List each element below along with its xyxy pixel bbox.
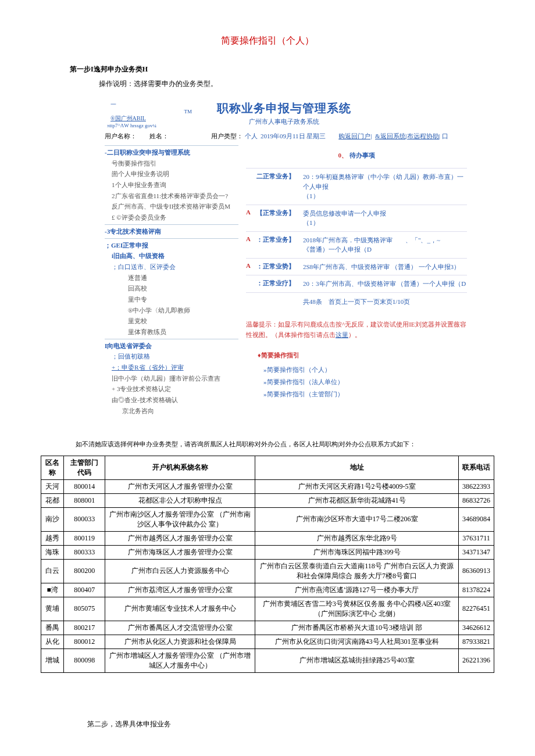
guide-link[interactable]: »简要操作指引（个人） [263,366,467,374]
usertype-label: 用户类型： [211,132,243,139]
table-cell: 广州市番禺区人才交流管理办公室 [105,621,255,635]
table-cell: 86360913 [458,559,494,583]
row-desc: 2S8年广州市高、中级资格评审 （普通） 一个人申报3） [303,262,467,272]
sidebar-section-1[interactable]: -二日职称业突申报与管理系统 [105,145,238,158]
table-cell: ■湾 [41,583,64,597]
pending-row[interactable]: A：正常业务】2018年广州市高．中级夷格评审 、「"、_，~《普通）一个人申报… [246,231,467,258]
sidebar-section-4[interactable]: I向电送省评委会 [105,339,238,352]
sidebar-section-3[interactable]: ；GEI正常申报 [105,238,238,251]
row-badge: A [246,262,256,269]
row-desc: 20：3年广州市高、中级资格评审 （普通）一个人申报（D [303,279,467,289]
sidebar-item[interactable]: 由◎沓业-技术资格确认 [112,395,238,406]
table-row: 海珠800333广州市海珠区人才服务管理办公室广州市海珠区同福中路399号343… [41,545,494,559]
table-cell: 增城 [41,648,64,672]
guide-link[interactable]: »简要操作指引（法人单位） [263,378,467,386]
sidebar-nav: -二日职称业突申报与管理系统 号衡要操作指引 崮个人申报业务说明 1个人申报业务… [105,144,238,417]
return-system-link[interactable]: &返回系统|布远程协助| [375,132,440,139]
pending-row[interactable]: 二正常业务】20：9年初嶷奥格评审（中小学（幼 儿园）教师-市直）一个人申报（1… [246,168,467,205]
table-cell: 花都区非公人才职称申报点 [105,493,255,507]
table-cell: 黄埔 [41,597,64,621]
content-area: 0、 待办事项 二正常业务】20：9年初嶷奥格评审（中小学（幼 儿园）教师-市直… [246,144,467,402]
logo-tm: TM [105,109,198,114]
table-row: ■湾800407广州市荔湾区人才服务管理办公室广州市燕湾区遙'源路127号一楼办… [41,583,494,597]
table-cell: 广州市白云区景泰街道白云大道南118号 广州市白云区人力资源和社会保障局综合 服… [255,559,459,583]
table-cell: 808001 [64,493,105,507]
table-cell: 800407 [64,583,105,597]
table-cell: 广州市增城区人才服务管理办公室 （广州市增城区人才服务中心） [105,648,255,672]
step2-heading: 第二步，选界具体申报业务 [87,719,506,729]
table-row: 白云800200广州市白云区人力资源服务中心广州市白云区景泰街道白云大道南118… [41,559,494,583]
table-row: 南沙800033广州市南沙区人才服务管理办公室 （广州市南沙区人事争议仲裁办公 … [41,507,494,531]
sidebar-item[interactable]: £ ©评委会委员业务 [112,212,238,223]
sidebar-item[interactable]: 里中专 [128,294,238,305]
table-cell: 广州市黄埔区杏雪二玲3号黄林区仅务服 务中心四楼A区403室（广州国际演艺中心 … [255,597,459,621]
table-row: 番禺800217广州市番禺区人才交流管理办公室广州市番禺区市桥桥兴大道10号3楼… [41,621,494,635]
sidebar-item[interactable]: ；回值初跋格 [112,351,238,362]
table-cell: 广州市南沙区人才服务管理办公室 （广州市南沙区人事争议仲裁办公 室） [105,507,255,531]
table-cell: 广州市天河区天府路1号2号楼4009-5室 [255,479,459,493]
table-cell: 从化 [41,635,64,648]
hint-post: ）。 [348,331,361,338]
sidebar-item[interactable]: 京北务咨向 [122,406,238,417]
sidebar-item[interactable]: 回高校 [128,283,238,294]
logo-block: 一 TM ®国广州ABIL πttp7^ΛW hrssgz gov¼ [105,101,198,128]
app-screenshot-area: 一 TM ®国广州ABIL πttp7^ΛW hrssgz gov¼ 职称业务申… [105,101,477,417]
hint-link-here[interactable]: 这里 [336,331,348,338]
table-cell: 805075 [64,597,105,621]
table-cell: 34371347 [458,545,494,559]
table-cell: 34626612 [458,621,494,635]
pending-row[interactable]: A【正常业务】委员信息修改申请一个人申报（1） [246,205,467,231]
row-kind: ：正常业务】 [256,235,303,244]
pending-row[interactable]: ：正常业疗】20：3年广州市高、中级资格评审 （普通）一个人申报（D [246,275,467,292]
sidebar-item[interactable]: ®中小学〈幼儿即教师 [128,305,238,316]
sidebar-item[interactable]: 反广州市高、中级专II技术资格评审委员M [112,201,238,212]
pager[interactable]: 共48条 首页上一页下一页末页1/10页 [246,292,467,311]
sidebar-item[interactable]: 1个人申报业务查询 [112,180,238,191]
pending-row[interactable]: A：正常业势】2S8年广州市高、中级资格评审 （普通） 一个人申报3） [246,258,467,275]
warm-hint: 温馨提示：如显示有问鹿或点击按^无反应，建议尝试使用IE刘览器并设置薇容性视图。… [246,319,467,341]
table-cell: 37631711 [458,531,494,545]
table-cell: 38622393 [458,479,494,493]
sidebar-section-2[interactable]: -3专北技术资格评南 [105,224,238,237]
sidebar-item[interactable]: ；白⼝送市、区评委会 [112,261,238,273]
table-cell: 天河 [41,479,64,493]
guide-link[interactable]: »简要操作指引（主管部门） [263,390,467,399]
table-cell: 花都 [41,493,64,507]
table-row: 黄埔805075广州市黄埔区专业技术人才服务中心广州市黄埔区杏雪二玲3号黄林区仅… [41,597,494,621]
system-subtitle: 广州市人事电子政务系统 [217,117,351,126]
sidebar-item[interactable]: i旧由高、中级资格 [112,250,238,261]
table-cell: 800033 [64,507,105,531]
name-label: 姓名： [149,132,169,139]
sidebar-item[interactable]: 里体育教练员 [128,327,238,338]
sidebar-item[interactable]: 崮个人申报业务说明 [112,169,238,180]
table-cell: 越秀 [41,531,64,545]
table-cell: 广州市增城区荔城街挂绿路25号403室 [255,648,459,672]
system-title: 职称业务申报与管理系统 [217,101,351,116]
table-header: 区名称 [41,456,64,479]
sidebar-item[interactable]: 2广东省省直叁11:技术奏格评审委员会一? [112,191,238,202]
username-label: 用户名称： [105,132,137,139]
table-row: 天河800014广州市天河区人才服务管理办公室广州市天河区天府路1号2号楼400… [41,479,494,493]
table-cell: 82276451 [458,597,494,621]
table-cell: 番禺 [41,621,64,635]
logo-brand: ®国广州ABIL [110,114,198,123]
table-cell: 广州市南沙区环市大道中17号二楼206室 [255,507,459,531]
pending-heading: 0、 待办事项 [246,151,467,160]
row-desc: 委员信息修改申请一个人申报（1） [303,209,467,228]
sidebar-item[interactable]: +；申委R省（省外）评审 [112,362,238,373]
table-cell: 广州市从化区人力资源和社会保障局 [105,635,255,648]
table-cell: 广州市黄埔区专业技术人才服务中心 [105,597,255,621]
pending-num: 0、 [338,152,348,159]
sidebar-item[interactable]: 逐普通 [128,273,238,284]
table-cell: 广州市从化区街口街河滨南路43号人社局301至事业科 [255,635,459,648]
table-row: 从化800012广州市从化区人力资源和社会保障局广州市从化区街口街河滨南路43号… [41,635,494,648]
table-cell: 海珠 [41,545,64,559]
sidebar-item[interactable]: 里党校 [128,316,238,327]
table-cell: 86832726 [458,493,494,507]
return-portal-link[interactable]: 购返回门户| [338,132,372,139]
sidebar-item[interactable]: + 3专业技术资格认定 [112,384,238,395]
sidebar-item[interactable]: 旧中小学（幼儿园）掤市评前公示查吉 [112,373,238,384]
table-cell: 广州市燕湾区遙'源路127号一楼办事大厅 [255,583,459,597]
table-header: 联系电话 [458,456,494,479]
sidebar-item[interactable]: 号衡要操作指引 [112,158,238,169]
